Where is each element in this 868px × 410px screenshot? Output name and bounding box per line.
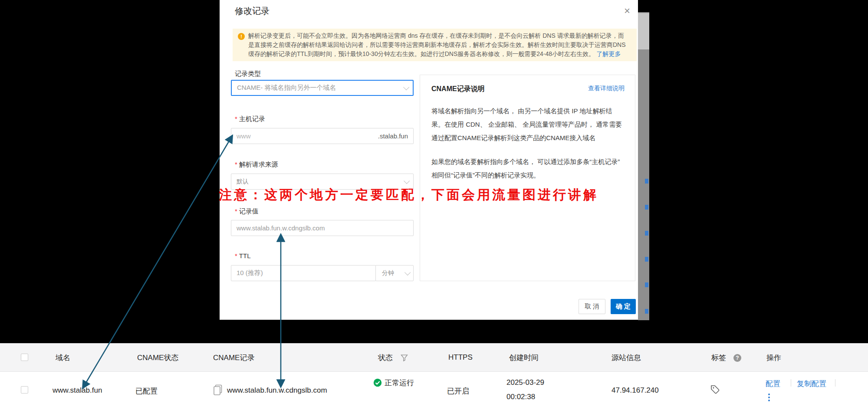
chevron-down-icon bbox=[403, 84, 409, 90]
record-type-value: CNAME- 将域名指向另外一个域名 bbox=[237, 84, 336, 92]
row-domain: www.stalab.fun bbox=[53, 386, 102, 395]
row-cname-record: www.stalab.fun.w.cdngslb.com bbox=[227, 386, 327, 395]
warning-banner: ! 解析记录变更后，可能不会立即生效。因为各地网络运营商 dns 存在缓存，在缓… bbox=[233, 29, 637, 61]
view-details-link[interactable]: 查看详细说明 bbox=[588, 85, 625, 92]
table-row: www.stalab.fun 已配置 www.stalab.fun.w.cdng… bbox=[0, 372, 868, 410]
modify-record-dialog: 修改记录 × ! 解析记录变更后，可能不会立即生效。因为各地网络运营商 dns … bbox=[220, 0, 638, 320]
ttl-value: 10 (推荐) bbox=[237, 269, 263, 277]
required-mark: * bbox=[235, 115, 237, 122]
clipped-content-artifact bbox=[645, 282, 648, 287]
clipped-content-artifact bbox=[645, 205, 648, 210]
row-action-configure[interactable]: 配置 bbox=[766, 379, 780, 389]
status-ok-icon bbox=[373, 378, 382, 387]
table-header-row: 域名 CNAME状态 CNAME记录 状态 HTTPS 创建时间 源站信息 标签… bbox=[0, 343, 868, 372]
cancel-button[interactable]: 取 消 bbox=[579, 299, 605, 314]
header-domain: 域名 bbox=[56, 349, 70, 366]
ttl-input[interactable]: 10 (推荐) bbox=[231, 265, 376, 281]
chevron-down-icon bbox=[404, 177, 410, 184]
info-paragraph-1: 将域名解析指向另一个域名， 由另一个域名提供 IP 地址解析结果。在使用 CDN… bbox=[431, 104, 624, 144]
scrollbar-thumb[interactable] bbox=[638, 13, 649, 49]
row-https: 已开启 bbox=[447, 386, 469, 396]
dialog-scrollbar[interactable] bbox=[638, 12, 649, 320]
host-record-label: *主机记录 bbox=[235, 115, 265, 123]
ttl-label: *TTL bbox=[235, 252, 251, 259]
domain-table: 域名 CNAME状态 CNAME记录 状态 HTTPS 创建时间 源站信息 标签… bbox=[0, 343, 868, 410]
header-created: 创建时间 bbox=[509, 349, 539, 366]
record-value-label: *记录值 bbox=[235, 207, 259, 216]
row-checkbox[interactable] bbox=[21, 386, 28, 394]
clipped-content-artifact bbox=[645, 231, 648, 236]
row-cname-status: 已配置 bbox=[135, 386, 158, 396]
action-separator bbox=[835, 379, 835, 387]
warning-icon: ! bbox=[238, 33, 245, 40]
clipped-content-artifact bbox=[645, 179, 648, 184]
tag-icon[interactable] bbox=[710, 384, 720, 395]
row-status-text: 正常运行 bbox=[385, 379, 414, 387]
help-icon[interactable]: ? bbox=[733, 354, 741, 362]
row-origin-info: 47.94.167.240 bbox=[612, 386, 659, 395]
tutorial-annotation-text: 注意：这两个地方一定要匹配，下面会用流量图进行讲解 bbox=[219, 186, 598, 204]
chevron-down-icon bbox=[404, 269, 411, 275]
filter-icon[interactable] bbox=[401, 354, 408, 361]
required-mark: * bbox=[235, 252, 237, 259]
close-icon[interactable]: × bbox=[621, 5, 633, 17]
action-separator bbox=[791, 379, 791, 387]
dialog-title: 修改记录 bbox=[235, 5, 270, 17]
row-created-date: 2025-03-29 bbox=[506, 378, 544, 387]
learn-more-link[interactable]: 了解更多 bbox=[597, 50, 621, 57]
header-cname-status: CNAME状态 bbox=[137, 349, 178, 366]
copy-icon[interactable] bbox=[213, 384, 223, 396]
request-source-label: *解析请求来源 bbox=[235, 161, 278, 169]
header-tags: 标签 bbox=[711, 349, 726, 366]
warning-text: 解析记录变更后，可能不会立即生效。因为各地网络运营商 dns 存在缓存，在缓存未… bbox=[248, 32, 626, 57]
host-record-value: www bbox=[237, 132, 251, 140]
record-type-select[interactable]: CNAME- 将域名指向另外一个域名 bbox=[231, 80, 414, 96]
record-type-label: 记录类型 bbox=[235, 70, 261, 78]
required-mark: * bbox=[235, 207, 237, 215]
row-created-time: 00:02:38 bbox=[506, 393, 535, 401]
info-panel-title: CNAME记录说明 bbox=[431, 85, 485, 92]
required-mark: * bbox=[235, 161, 237, 168]
header-actions: 操作 bbox=[766, 349, 781, 366]
row-action-copy-config[interactable]: 复制配置 bbox=[797, 379, 826, 389]
confirm-button[interactable]: 确 定 bbox=[611, 299, 636, 314]
record-value-input[interactable]: www.stalab.fun.w.cdngslb.com bbox=[231, 220, 414, 236]
record-value-value: www.stalab.fun.w.cdngslb.com bbox=[237, 224, 325, 232]
select-all-checkbox[interactable] bbox=[21, 354, 28, 361]
row-status: 正常运行 bbox=[373, 376, 416, 390]
host-record-suffix: .stalab.fun bbox=[378, 132, 408, 140]
ttl-unit-select[interactable]: 分钟 bbox=[375, 265, 414, 281]
header-https: HTTPS bbox=[448, 349, 473, 366]
info-paragraph-2: 如果您的域名要解析指向多个域名， 可以通过添加多条“主机记录”相同但“记录值”不… bbox=[431, 155, 624, 182]
request-source-value: 默认 bbox=[237, 178, 249, 186]
header-cname-record: CNAME记录 bbox=[213, 349, 254, 366]
cname-info-panel: CNAME记录说明 查看详细说明 将域名解析指向另一个域名， 由另一个域名提供 … bbox=[420, 75, 635, 281]
ttl-unit-value: 分钟 bbox=[382, 269, 394, 277]
more-actions-icon[interactable] bbox=[768, 394, 770, 401]
clipped-content-artifact bbox=[645, 257, 648, 262]
header-origin: 源站信息 bbox=[612, 349, 641, 366]
host-record-input[interactable]: www .stalab.fun bbox=[231, 128, 414, 144]
header-status: 状态 bbox=[378, 349, 393, 366]
clipped-content-artifact bbox=[645, 309, 648, 314]
